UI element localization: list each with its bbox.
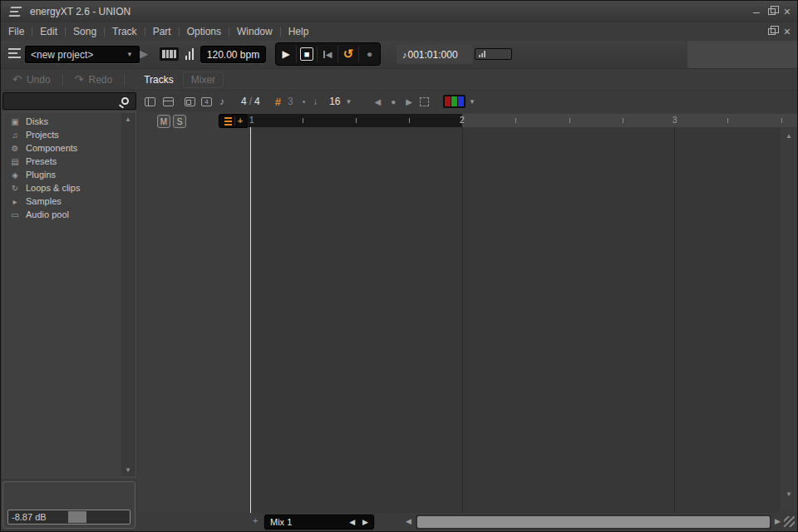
menu-help[interactable]: Help — [281, 26, 317, 37]
canvas-scroll-down-icon[interactable]: ▼ — [780, 490, 798, 498]
sidebar-item-presets[interactable]: ▤Presets — [3, 155, 120, 168]
edit-bar: ↶ Undo ↷ Redo Tracks Mixer — [1, 69, 797, 91]
grid-division[interactable]: 16 — [329, 96, 340, 107]
add-mix-button[interactable]: + — [253, 515, 258, 525]
hscroll-thumb[interactable] — [417, 516, 770, 528]
play-icon: ▸ — [9, 197, 21, 206]
time-signature[interactable]: 4/4 — [241, 96, 260, 107]
dot-icon[interactable]: • — [303, 97, 306, 106]
transport-bar: ▶ ■ ◀ ↺ ● — [275, 42, 381, 66]
note-length-icon[interactable]: ♪ — [219, 96, 224, 107]
timeline-ruler[interactable]: 1 2 3 — [248, 114, 797, 127]
bar-number-2: 2 — [460, 116, 465, 125]
sidebar-item-components[interactable]: ⚙Components — [3, 141, 120, 155]
child-close-button[interactable]: × — [784, 26, 791, 37]
level-meter-icon[interactable] — [185, 47, 197, 60]
loop-selection-icon[interactable] — [185, 97, 195, 106]
redo-button[interactable]: ↷ Redo — [63, 73, 125, 86]
disk-icon: ▣ — [9, 117, 21, 126]
track-color-swatch[interactable] — [443, 95, 466, 108]
sidebar-item-audio-pool[interactable]: ▭Audio pool — [3, 208, 120, 221]
time-display[interactable]: ♪ 001:01:000 — [397, 45, 473, 64]
sidebar-item-samples[interactable]: ▸Samples — [3, 195, 120, 208]
mix-prev-icon[interactable]: ◀ — [349, 518, 355, 526]
canvas-scroll-up-icon[interactable]: ▲ — [780, 132, 798, 140]
gear-icon: ⚙ — [9, 144, 21, 153]
track-toolbar: 4 ♪ 4/4 # 3 • ↓ 16 ▼ ◀ ● ▶ ▼ — [138, 91, 797, 112]
canvas-hscrollbar[interactable] — [416, 515, 771, 530]
main-menu-icon[interactable] — [8, 48, 21, 58]
menu-song[interactable]: Song — [66, 26, 104, 37]
stop-button[interactable]: ■ — [297, 46, 318, 62]
master-meter[interactable] — [475, 48, 512, 60]
canvas-vscrollbar[interactable]: ▲ ▼ — [779, 127, 797, 510]
color-dropdown-icon[interactable]: ▼ — [469, 98, 475, 106]
hscroll-left-icon[interactable]: ◀ — [406, 517, 411, 525]
browser-scrollbar[interactable]: ▲ ▼ — [121, 113, 135, 476]
mix-next-icon[interactable]: ▶ — [362, 518, 368, 526]
bottom-bar: + Mix 1 ◀ ▶ ◀ ▶ — [138, 513, 797, 532]
note-icon: ♪ — [402, 50, 407, 60]
bars-box-icon[interactable]: 4 — [201, 97, 212, 106]
undo-button[interactable]: ↶ Undo — [1, 73, 62, 86]
division-dropdown-icon[interactable]: ▼ — [346, 98, 352, 106]
browser-panel: ▣Disks ♫Projects ⚙Components ▤Presets ◈P… — [2, 111, 136, 478]
restore-button[interactable] — [768, 8, 776, 15]
record-button[interactable]: ● — [359, 46, 380, 62]
title-bar[interactable]: energyXT 2.6 - UNION – × — [1, 1, 797, 22]
project-selector[interactable]: <new project> ▼ — [25, 46, 140, 63]
volume-value: -8.87 dB — [8, 512, 47, 522]
tab-mixer[interactable]: Mixer — [183, 71, 224, 88]
loop-region[interactable] — [248, 114, 462, 127]
playhead[interactable] — [250, 127, 251, 513]
nav-center-icon[interactable]: ● — [391, 97, 396, 106]
volume-slider-handle[interactable] — [68, 511, 86, 523]
bpm-display[interactable]: 120.00 bpm — [200, 46, 266, 63]
menu-edit[interactable]: Edit — [32, 26, 65, 37]
rewind-button[interactable]: ◀ — [318, 46, 338, 62]
nav-right-icon[interactable]: ▶ — [406, 97, 412, 106]
sidebar-item-projects[interactable]: ♫Projects — [3, 128, 120, 141]
piano-keyboard-icon[interactable] — [160, 47, 179, 61]
search-input[interactable] — [3, 96, 121, 106]
tab-tracks[interactable]: Tracks — [136, 72, 181, 87]
hscroll-right-icon[interactable]: ▶ — [775, 517, 781, 525]
play-button[interactable]: ▶ — [276, 46, 297, 62]
scroll-down-icon[interactable]: ▼ — [121, 466, 135, 474]
menu-window[interactable]: Window — [229, 26, 280, 37]
app-window: energyXT 2.6 - UNION – × File Edit Song … — [0, 0, 798, 532]
search-icon[interactable] — [121, 97, 129, 105]
sidebar-item-loops-clips[interactable]: ↻Loops & clips — [3, 181, 120, 195]
preview-play-button[interactable]: ▶ — [140, 47, 148, 60]
nav-left-icon[interactable]: ◀ — [374, 97, 381, 106]
app-logo-icon — [9, 7, 22, 17]
loop-button[interactable]: ↺ — [338, 46, 359, 62]
bar-number-1: 1 — [249, 116, 254, 125]
mix-selector[interactable]: Mix 1 ◀ ▶ — [264, 515, 374, 530]
split-vertical-icon[interactable] — [145, 97, 155, 106]
sidebar-item-plugins[interactable]: ◈Plugins — [3, 168, 120, 181]
menu-file[interactable]: File — [1, 26, 32, 37]
snap-value[interactable]: 3 — [288, 96, 293, 107]
solo-button[interactable]: S — [173, 115, 186, 128]
sidebar-search-box[interactable] — [2, 92, 136, 110]
snap-toggle[interactable]: # — [275, 96, 281, 108]
time-value: 001:01:000 — [408, 49, 458, 61]
child-restore-button[interactable] — [768, 28, 776, 35]
split-horizontal-icon[interactable] — [163, 97, 174, 106]
plus-icon: + — [238, 116, 243, 126]
close-button[interactable]: × — [784, 6, 791, 17]
menu-part[interactable]: Part — [145, 26, 179, 37]
add-track-button[interactable]: + — [219, 114, 249, 128]
arrangement-canvas[interactable] — [250, 127, 779, 513]
sidebar-item-disks[interactable]: ▣Disks — [3, 115, 120, 128]
scroll-up-icon[interactable]: ▲ — [121, 116, 135, 123]
volume-slider[interactable]: -8.87 dB — [7, 510, 131, 525]
mute-button[interactable]: M — [157, 115, 170, 128]
select-region-icon[interactable] — [420, 97, 429, 106]
arrow-down-icon[interactable]: ↓ — [313, 96, 318, 107]
minimize-button[interactable]: – — [753, 6, 760, 17]
menu-options[interactable]: Options — [180, 26, 229, 37]
menu-track[interactable]: Track — [105, 26, 145, 37]
resize-grip[interactable] — [784, 516, 795, 527]
